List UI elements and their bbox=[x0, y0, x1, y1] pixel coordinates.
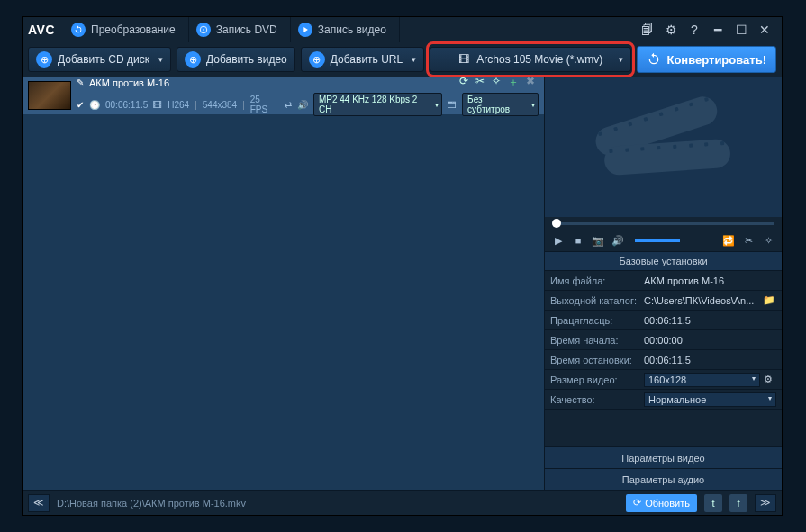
list-icon[interactable]: 🗐 bbox=[639, 22, 656, 38]
fps: 25 FPS bbox=[250, 95, 279, 114]
refresh-icon bbox=[647, 52, 661, 67]
add-url-button[interactable]: ⊕ Добавить URL ▾ bbox=[301, 47, 424, 72]
update-button[interactable]: ⟳Обновить bbox=[626, 494, 697, 512]
filename-value[interactable]: АКМ против М-16 bbox=[644, 275, 776, 286]
prev-button[interactable]: ≪ bbox=[28, 494, 50, 512]
speaker-icon: 🔊 bbox=[297, 100, 308, 110]
help-icon[interactable]: ? bbox=[686, 22, 702, 38]
tab-label: Запись видео bbox=[318, 23, 386, 36]
maximize-icon[interactable]: ☐ bbox=[733, 22, 749, 38]
pencil-icon[interactable]: ✎ bbox=[77, 77, 84, 87]
remove-icon[interactable]: ✖ bbox=[526, 75, 535, 90]
disc-icon bbox=[196, 23, 211, 37]
film-reel-icon bbox=[584, 90, 742, 203]
globe-plus-icon: ⊕ bbox=[309, 51, 325, 68]
refresh-icon bbox=[71, 23, 86, 37]
facebook-icon[interactable]: f bbox=[729, 494, 747, 512]
film-icon: 🎞 bbox=[458, 53, 469, 66]
file-title: АКМ против М-16 bbox=[89, 77, 169, 88]
status-path: D:\Новая папка (2)\АКМ против М-16.mkv bbox=[57, 498, 246, 509]
file-list-empty-area bbox=[23, 114, 544, 490]
output-path: C:\Users\ПК\Videos\An... bbox=[644, 295, 762, 306]
add-cd-button[interactable]: ⊕ Добавить CD диск ▾ bbox=[28, 47, 171, 72]
tab-dvd[interactable]: Запись DVD bbox=[189, 17, 291, 42]
twitter-icon[interactable]: t bbox=[704, 494, 722, 512]
tab-label: Преобразование bbox=[91, 23, 176, 36]
check-icon[interactable]: ✔ bbox=[77, 100, 84, 110]
expand-button[interactable]: ✧ bbox=[762, 234, 774, 247]
crop-icon[interactable]: ✧ bbox=[492, 75, 501, 90]
scissors-icon[interactable]: ✂ bbox=[475, 75, 485, 90]
play-button[interactable]: ▶ bbox=[552, 234, 565, 247]
subtitle-select[interactable]: Без субтитров bbox=[462, 93, 539, 116]
stop-time-value: 00:06:11.5 bbox=[644, 355, 776, 365]
preview-pane bbox=[545, 77, 782, 217]
plus-icon[interactable]: ＋ bbox=[508, 75, 519, 90]
thumbnail bbox=[28, 81, 71, 110]
link-icon[interactable]: ⇄ bbox=[285, 100, 292, 110]
close-icon[interactable]: ✕ bbox=[756, 22, 773, 38]
loop-button[interactable]: 🔁 bbox=[722, 234, 735, 247]
next-button[interactable]: ≫ bbox=[755, 494, 776, 512]
video-params-button[interactable]: Параметры видео bbox=[545, 446, 782, 468]
start-time-value: 00:00:00 bbox=[644, 335, 776, 346]
codec: H264 bbox=[168, 100, 189, 110]
gear-icon[interactable]: ⚙ bbox=[663, 22, 679, 38]
clock-icon: 🕑 bbox=[89, 100, 100, 110]
tab-convert[interactable]: Преобразование bbox=[64, 17, 189, 42]
reload-icon[interactable]: ⟳ bbox=[459, 75, 468, 90]
seek-bar[interactable] bbox=[545, 217, 782, 230]
app-logo: AVC bbox=[28, 23, 55, 37]
audio-params-button[interactable]: Параметры аудио bbox=[545, 468, 782, 490]
film-plus-icon: ⊕ bbox=[185, 51, 201, 68]
subtitle-icon: 🗔 bbox=[448, 100, 457, 110]
svg-point-1 bbox=[203, 29, 204, 31]
duration-value: 00:06:11.5 bbox=[644, 315, 776, 326]
snapshot-button[interactable]: 📷 bbox=[592, 234, 604, 247]
duration: 00:06:11.5 bbox=[105, 100, 148, 110]
minimize-icon[interactable]: ━ bbox=[710, 22, 726, 38]
file-item[interactable]: ✎ АКМ против М-16 ⟳ ✂ ✧ ＋ ✖ ✔ 🕑 0 bbox=[23, 77, 544, 114]
dimensions: 544x384 bbox=[203, 100, 237, 110]
settings-heading: Базовые установки bbox=[545, 251, 782, 271]
quality-select[interactable]: Нормальное bbox=[644, 392, 776, 407]
profile-select[interactable]: 🎞 Archos 105 Movie (*.wmv) ▾ bbox=[430, 47, 631, 72]
volume-icon[interactable]: 🔊 bbox=[611, 234, 624, 247]
add-video-button[interactable]: ⊕ Добавить видео bbox=[177, 47, 295, 72]
chevron-down-icon: ▾ bbox=[619, 55, 623, 64]
tab-record[interactable]: Запись видео bbox=[291, 17, 400, 42]
volume-slider[interactable] bbox=[635, 239, 680, 242]
convert-button[interactable]: Конвертировать! bbox=[637, 46, 776, 73]
video-size-select[interactable]: 160x128 bbox=[644, 373, 760, 387]
cut-button[interactable]: ✂ bbox=[742, 234, 755, 247]
tab-label: Запись DVD bbox=[216, 23, 277, 36]
chevron-down-icon: ▾ bbox=[158, 55, 163, 64]
disc-plus-icon: ⊕ bbox=[36, 51, 52, 68]
play-icon bbox=[298, 23, 312, 37]
refresh-icon: ⟳ bbox=[633, 497, 641, 509]
audio-select[interactable]: MP2 44 KHz 128 Kbps 2 CH bbox=[313, 93, 442, 116]
chevron-down-icon: ▾ bbox=[412, 55, 416, 64]
film-icon: 🎞 bbox=[153, 100, 162, 110]
gear-icon[interactable]: ⚙ bbox=[760, 374, 776, 385]
stop-button[interactable]: ■ bbox=[572, 234, 584, 247]
folder-icon[interactable]: 📁 bbox=[762, 294, 776, 306]
